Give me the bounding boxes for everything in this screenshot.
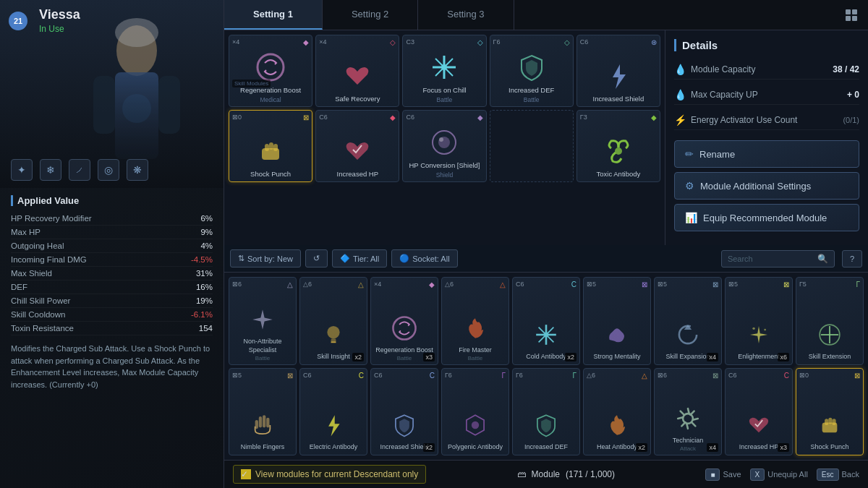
- help-button[interactable]: ?: [842, 250, 862, 267]
- inventory-section: ⇅ Sort by: New ↺ 🔷 Tier: All 🔵 Socket: A…: [224, 245, 868, 460]
- equipped-module-card[interactable]: Г3 ◆ Toxic Antibody: [576, 110, 660, 182]
- inv-module-name: Nimble Fingers: [241, 443, 285, 452]
- inv-module-name: Skill Expansion: [665, 353, 710, 361]
- inv-module-socket: Г: [502, 372, 506, 380]
- equip-recommended-button[interactable]: 📊 Equip Recommended Module: [674, 204, 859, 231]
- inventory-module-card[interactable]: ⊠5 ⊠ Strong Mentality: [583, 277, 651, 365]
- socket-select[interactable]: 🔵 Socket: All: [391, 249, 457, 267]
- inv-module-icon-area: [603, 411, 631, 439]
- additional-settings-button[interactable]: ⚙ Module Additional Settings: [674, 172, 859, 200]
- skill-icon-1[interactable]: ✦: [11, 159, 33, 181]
- inv-module-tier: ⊠5: [232, 372, 242, 379]
- tier-select[interactable]: 🔷 Tier: All: [332, 249, 387, 267]
- applied-value-title: Applied Value: [11, 195, 213, 206]
- equipped-module-card[interactable]: ×4 ◇ Safe Recovery: [315, 35, 399, 107]
- equipped-module-card[interactable]: ⊠0 ⊠ Shock Punch: [229, 110, 312, 182]
- stat-label: Incoming Final DMG: [11, 255, 87, 264]
- equipped-module-card[interactable]: C6 ⊛ Increased Shield: [576, 35, 660, 107]
- inv-module-socket: ⊠: [712, 281, 718, 288]
- equipped-module-card[interactable]: ×4 ◆ Regeneration Boost Medical Skill Mo…: [229, 35, 312, 107]
- inventory-module-card[interactable]: ⊠5 ⊠ Skill Expansion x4: [654, 277, 722, 365]
- modules-content: ×4 ◆ Regeneration Boost Medical Skill Mo…: [224, 30, 868, 245]
- stat-row: Max Shield31%: [11, 267, 213, 281]
- inventory-module-card[interactable]: Г6 Г Increased DEF: [512, 368, 580, 456]
- inv-module-name: Skill Insight: [317, 353, 350, 361]
- inventory-module-card[interactable]: ⊠5 ⊠ Nimble Fingers: [229, 368, 297, 456]
- equipped-module-card[interactable]: C6 ◆ Increased HP: [315, 110, 399, 182]
- module-socket: ◇: [390, 38, 396, 46]
- refresh-button[interactable]: ↺: [305, 249, 328, 267]
- rename-button[interactable]: ✏ Rename: [674, 140, 859, 168]
- equipped-module-card[interactable]: C3 ◇ Focus on Chill Battle: [402, 35, 486, 107]
- inventory-module-card[interactable]: C6 C Cold Antibody x2: [512, 277, 580, 365]
- view-checkbox[interactable]: ✓: [241, 469, 251, 479]
- module-socket: ◆: [303, 38, 309, 46]
- inventory-module-card[interactable]: ⊠6 △ Non-Attribute Specialist Battle: [229, 277, 297, 365]
- inv-module-count: x6: [778, 353, 789, 361]
- inventory-module-card[interactable]: ⊠6 ⊠ Technician Attack x4: [654, 368, 722, 456]
- module-name: Shock Punch: [250, 170, 291, 179]
- view-checkbox-area[interactable]: ✓ View modules for current Descendant on…: [233, 465, 426, 484]
- inventory-module-card[interactable]: C6 C Increased HP x3: [725, 368, 793, 456]
- details-panel: Details 💧 Module Capacity 38 / 42 💧 Max …: [665, 30, 868, 245]
- svg-point-23: [439, 137, 443, 142]
- inv-module-icon-area: [391, 314, 418, 342]
- svg-rect-20: [273, 144, 278, 151]
- max-capacity-row: 💧 Max Capacity UP + 0: [674, 85, 859, 105]
- inventory-module-card[interactable]: Г5 Г Skill Extension: [796, 277, 864, 365]
- tab-setting3[interactable]: Setting 3: [418, 0, 514, 30]
- inventory-module-card[interactable]: C6 C Increased Shield x2: [370, 368, 438, 456]
- stat-row: Toxin Resistance154: [11, 322, 213, 335]
- inventory-module-card[interactable]: ⊠0 ⊠ Shock Punch: [796, 368, 864, 456]
- module-type: Battle: [437, 96, 453, 103]
- stat-value: 16%: [196, 283, 213, 291]
- inv-module-socket: △: [500, 281, 506, 288]
- additional-settings-label: Module Additional Settings: [700, 181, 811, 192]
- svg-rect-8: [846, 16, 851, 21]
- svg-point-37: [764, 329, 766, 331]
- inv-module-socket: ⊠: [712, 372, 718, 380]
- stat-value: 6%: [200, 214, 213, 223]
- inv-module-name: Increased HP: [739, 443, 779, 452]
- equipped-module-card[interactable]: [490, 110, 574, 182]
- skill-icons-bar: ✦ ❄ ⟋ ◎ ❋: [11, 159, 148, 181]
- equipped-module-card[interactable]: Г6 ◇ Increased DEF Battle: [490, 35, 574, 107]
- inv-module-tier: △6: [303, 281, 312, 288]
- skill-icon-2[interactable]: ❄: [40, 159, 61, 181]
- tab-setting2[interactable]: Setting 2: [323, 0, 418, 30]
- search-input[interactable]: [728, 254, 814, 263]
- tab-grid-button[interactable]: [835, 0, 868, 30]
- capacity-icon: 💧: [674, 64, 686, 75]
- svg-point-28: [393, 317, 415, 339]
- sort-label: Sort by: New: [247, 254, 293, 263]
- inv-module-icon-area: [320, 321, 347, 348]
- character-area: 21 Viessa In Use: [0, 0, 224, 188]
- socket-icon: 🔵: [399, 254, 409, 263]
- stat-value: 19%: [196, 296, 213, 305]
- tab-setting1[interactable]: Setting 1: [224, 0, 323, 30]
- max-capacity-icon: 💧: [674, 89, 686, 100]
- stat-row: Chill Skill Power19%: [11, 294, 213, 308]
- skill-icon-5[interactable]: ❋: [127, 159, 148, 181]
- module-tier: ⊠0: [232, 114, 242, 121]
- inventory-module-card[interactable]: △6 △ Skill Insight x2: [299, 277, 367, 365]
- settings-icon: ⚙: [685, 180, 694, 192]
- inv-module-socket: ⊠: [854, 372, 860, 380]
- inventory-module-card[interactable]: C6 C Electric Antibody: [299, 368, 367, 456]
- inventory-module-card[interactable]: Г6 Г Polygenic Antibody: [441, 368, 509, 456]
- skill-icon-4[interactable]: ◎: [98, 159, 119, 181]
- skill-icon-3[interactable]: ⟋: [69, 159, 90, 181]
- module-name: Increased DEF: [509, 86, 554, 95]
- tier-icon: 🔷: [340, 254, 350, 263]
- inv-module-socket: C: [571, 281, 576, 288]
- inventory-module-card[interactable]: ×4 ◆ Regeneration Boost Battle x3: [370, 277, 438, 365]
- inv-module-socket: △: [642, 372, 647, 380]
- inventory-module-card[interactable]: ⊠5 ⊠ Enlightenment x6: [725, 277, 793, 365]
- equipped-module-card[interactable]: C6 ◆ HP Conversion [Shield] Shield: [402, 110, 486, 182]
- inventory-grid: ⊠6 △ Non-Attribute Specialist Battle △6 …: [224, 273, 868, 460]
- module-name: HP Conversion [Shield]: [409, 161, 480, 170]
- inv-module-icon-area: [745, 411, 773, 439]
- inventory-module-card[interactable]: △6 △ Fire Master Battle: [441, 277, 509, 365]
- sort-button[interactable]: ⇅ Sort by: New: [230, 249, 301, 267]
- inventory-module-card[interactable]: △6 △ Heat Antibody x2: [583, 368, 651, 456]
